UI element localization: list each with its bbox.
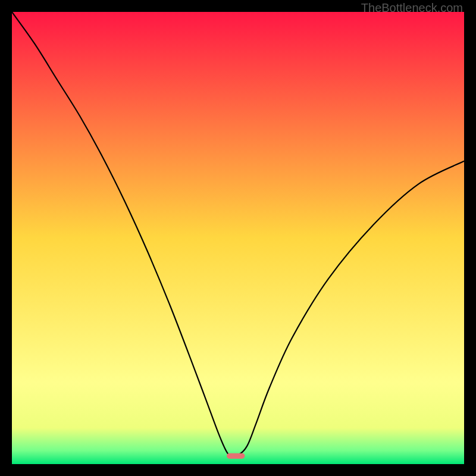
plot-area [12, 12, 464, 464]
gradient-background [12, 12, 464, 464]
chart-container: TheBottleneck.com [0, 0, 476, 476]
marker-pill [227, 453, 245, 459]
chart-svg [12, 12, 464, 464]
